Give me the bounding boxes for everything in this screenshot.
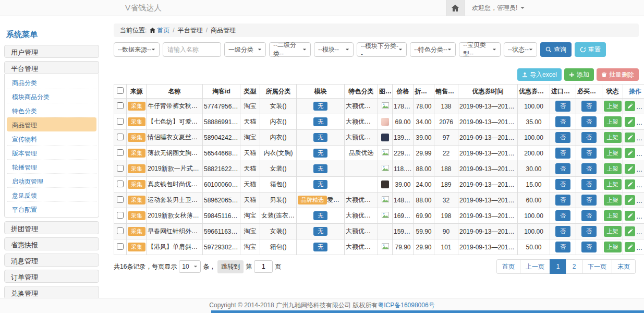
status-toggle[interactable]: 上架 bbox=[604, 116, 622, 127]
filter-select[interactable]: --数据来源-- bbox=[114, 42, 160, 57]
page-button[interactable]: 末页 bbox=[612, 259, 636, 274]
status-toggle[interactable]: 上架 bbox=[604, 195, 622, 206]
sidebar-item[interactable]: 意见反馈 bbox=[7, 188, 96, 202]
row-checkbox[interactable] bbox=[117, 227, 124, 234]
edit-button[interactable] bbox=[625, 195, 635, 205]
must-buy-toggle[interactable]: 否 bbox=[581, 242, 597, 252]
must-buy-toggle[interactable]: 否 bbox=[581, 210, 597, 221]
sidebar-group[interactable]: 订单管理 bbox=[4, 270, 99, 283]
sidebar-group[interactable]: 拼团管理 bbox=[4, 221, 99, 234]
import-excel-button[interactable]: 导入excel bbox=[517, 68, 562, 81]
row-checkbox[interactable] bbox=[117, 102, 124, 109]
import-select-toggle[interactable]: 否 bbox=[555, 226, 570, 237]
filter-select[interactable]: --状态-- bbox=[504, 42, 537, 57]
edit-button[interactable] bbox=[625, 211, 635, 221]
sidebar-group[interactable]: 省惠快报 bbox=[4, 237, 99, 250]
page-size-select[interactable]: 10 bbox=[179, 260, 201, 273]
batch-delete-button[interactable]: 批量删除 bbox=[597, 68, 639, 81]
row-checkbox[interactable] bbox=[117, 118, 124, 125]
reset-button[interactable]: 重置 bbox=[575, 42, 606, 57]
import-select-toggle[interactable]: 否 bbox=[555, 242, 570, 252]
import-select-toggle[interactable]: 否 bbox=[555, 195, 570, 206]
must-buy-toggle[interactable]: 否 bbox=[581, 116, 597, 127]
user-menu[interactable]: 欢迎您，管理员! bbox=[465, 0, 532, 16]
filter-select[interactable]: --特色分类-- bbox=[410, 42, 456, 57]
page-button[interactable]: 首页 bbox=[496, 259, 520, 274]
status-toggle[interactable]: 上架 bbox=[604, 179, 622, 190]
sidebar-item[interactable]: 宣传物料 bbox=[7, 131, 96, 146]
must-buy-toggle[interactable]: 否 bbox=[581, 163, 597, 174]
edit-button[interactable] bbox=[625, 101, 635, 111]
sidebar-group[interactable]: 平台管理 bbox=[4, 61, 99, 74]
sidebar-item[interactable]: 商品管理 bbox=[7, 117, 96, 131]
breadcrumb-home-link[interactable]: 首页 bbox=[157, 27, 169, 34]
row-checkbox[interactable] bbox=[117, 165, 124, 172]
select-all-checkbox[interactable] bbox=[117, 87, 124, 94]
must-buy-toggle[interactable]: 否 bbox=[581, 195, 597, 206]
sidebar-group[interactable]: 兑换管理 bbox=[4, 286, 99, 299]
import-select-toggle[interactable]: 否 bbox=[555, 148, 570, 159]
status-toggle[interactable]: 上架 bbox=[604, 132, 622, 143]
search-button[interactable]: 查询 bbox=[540, 42, 572, 57]
import-select-toggle[interactable]: 否 bbox=[555, 179, 570, 190]
row-checkbox[interactable] bbox=[117, 212, 124, 219]
edit-button[interactable] bbox=[625, 148, 635, 158]
edit-button[interactable] bbox=[625, 164, 635, 174]
row-checkbox[interactable] bbox=[117, 149, 124, 156]
sidebar-group[interactable]: 用户管理 bbox=[4, 45, 99, 58]
import-select-toggle[interactable]: 否 bbox=[555, 163, 570, 174]
import-select-toggle[interactable]: 否 bbox=[555, 210, 570, 221]
page-button[interactable]: 下一页 bbox=[582, 259, 612, 274]
edit-button[interactable] bbox=[625, 179, 635, 189]
status-toggle[interactable]: 上架 bbox=[604, 226, 622, 237]
filter-select[interactable]: 一级分类 bbox=[224, 42, 266, 57]
name-search-input[interactable] bbox=[163, 42, 221, 57]
filter-select[interactable]: --模块下分类-- bbox=[357, 42, 407, 57]
sidebar-item[interactable]: 平台配置 bbox=[7, 202, 96, 216]
must-buy-toggle[interactable]: 否 bbox=[581, 148, 597, 159]
status-toggle[interactable]: 上架 bbox=[604, 210, 622, 221]
sidebar-item[interactable]: 版本管理 bbox=[7, 146, 96, 160]
filter-select[interactable]: --宝贝类型-- bbox=[459, 42, 501, 57]
must-buy-toggle[interactable]: 否 bbox=[581, 101, 597, 112]
edit-button[interactable] bbox=[625, 133, 635, 142]
broken-image-icon bbox=[382, 103, 389, 110]
edit-button[interactable] bbox=[625, 226, 635, 236]
jump-to-button[interactable]: 跳转到 bbox=[217, 260, 244, 273]
sidebar-item[interactable]: 模块商品分类 bbox=[7, 89, 96, 103]
status-toggle[interactable]: 上架 bbox=[604, 101, 622, 112]
row-checkbox[interactable] bbox=[117, 243, 124, 250]
status-toggle[interactable]: 上架 bbox=[604, 242, 622, 252]
import-select-toggle[interactable]: 否 bbox=[555, 116, 570, 127]
icp-link[interactable]: 粤ICP备16098006号 bbox=[378, 302, 434, 309]
must-buy-toggle[interactable]: 否 bbox=[581, 179, 597, 190]
sidebar-group[interactable]: 消息管理 bbox=[4, 254, 99, 267]
status-toggle[interactable]: 上架 bbox=[604, 148, 622, 159]
filter-select[interactable]: --模块-- bbox=[314, 42, 354, 57]
import-select-toggle[interactable]: 否 bbox=[555, 101, 570, 112]
sidebar-item[interactable]: 特色分类 bbox=[7, 103, 96, 117]
home-button[interactable] bbox=[446, 0, 465, 16]
page-jump-input[interactable] bbox=[254, 260, 273, 273]
status-toggle[interactable]: 上架 bbox=[604, 163, 622, 174]
row-checkbox[interactable] bbox=[117, 134, 124, 140]
page-button[interactable]: 2 bbox=[566, 259, 582, 274]
page-button[interactable]: 上一页 bbox=[520, 259, 550, 274]
coupon-amount-cell: 35.00 bbox=[518, 114, 550, 130]
row-checkbox[interactable] bbox=[117, 180, 124, 187]
page-button[interactable]: 1 bbox=[550, 259, 566, 274]
sidebar-item[interactable]: 启动页管理 bbox=[7, 174, 96, 188]
coupon-time-cell: 2019-09-13—2019-09-17 bbox=[458, 146, 518, 161]
add-button[interactable]: 添加 bbox=[564, 68, 594, 81]
edit-button[interactable] bbox=[625, 242, 635, 252]
must-buy-toggle[interactable]: 否 bbox=[581, 132, 597, 143]
sidebar-item[interactable]: 商品分类 bbox=[7, 75, 96, 89]
edit-button[interactable] bbox=[625, 117, 635, 127]
bottom-scrollbar[interactable] bbox=[211, 310, 644, 313]
row-checkbox[interactable] bbox=[117, 196, 124, 203]
sidebar-item[interactable]: 轮播管理 bbox=[7, 160, 96, 174]
import-select-toggle[interactable]: 否 bbox=[555, 132, 570, 143]
filter-select[interactable]: --二级分类-- bbox=[269, 42, 311, 57]
row-select-cell bbox=[114, 161, 127, 177]
must-buy-toggle[interactable]: 否 bbox=[581, 226, 597, 237]
